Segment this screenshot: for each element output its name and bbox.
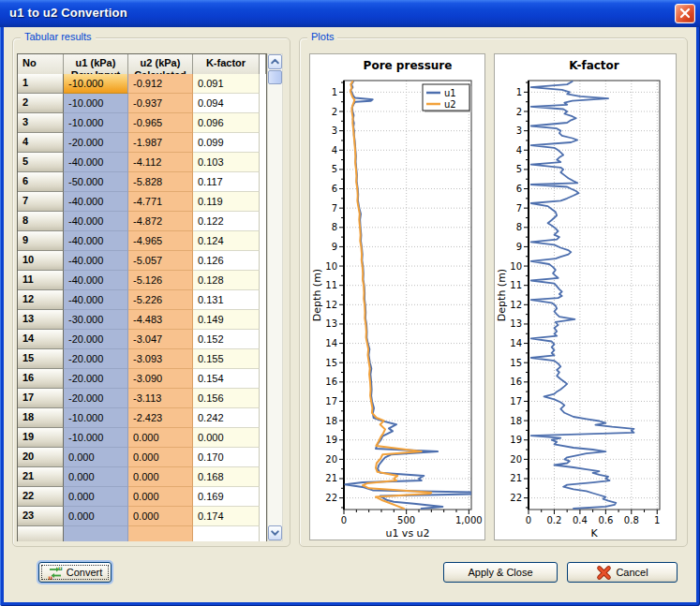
cell-u1[interactable]: -10.000	[64, 113, 128, 133]
cell-u2[interactable]: -5.057	[128, 251, 193, 271]
cell-u1[interactable]: 0.000	[64, 448, 128, 467]
cell-u2[interactable]: -3.090	[128, 369, 193, 389]
cell-k[interactable]: 0.170	[193, 448, 260, 467]
cell-u1[interactable]	[64, 526, 128, 541]
cell-u2[interactable]: -5.126	[128, 271, 193, 290]
cell-u2[interactable]: -5.828	[128, 172, 193, 192]
title-bar[interactable]: u1 to u2 Convertion	[0, 0, 700, 27]
cell-u1[interactable]: -40.000	[64, 231, 128, 251]
row-header[interactable]: 20	[18, 448, 64, 467]
cell-u2[interactable]: -4.965	[128, 231, 193, 251]
row-header[interactable]: 1	[18, 74, 64, 94]
cell-u2[interactable]: -3.093	[128, 349, 193, 369]
cell-u2[interactable]: -2.423	[128, 408, 193, 428]
cell-k[interactable]: 0.124	[193, 231, 260, 251]
cell-k[interactable]: 0.122	[193, 212, 260, 231]
cell-u2[interactable]: 0.000	[128, 487, 193, 507]
cell-u1[interactable]: -10.000	[64, 94, 128, 113]
row-header[interactable]: 16	[18, 369, 64, 389]
cell-k[interactable]: 0.168	[193, 467, 260, 487]
cell-k[interactable]: 0.126	[193, 251, 260, 271]
cell-k[interactable]: 0.149	[193, 310, 260, 330]
cell-k[interactable]: 0.096	[193, 113, 260, 133]
row-header[interactable]: 22	[18, 487, 64, 507]
row-header[interactable]: 2	[18, 94, 64, 113]
cell-u1[interactable]: -40.000	[64, 192, 128, 212]
cell-u1[interactable]: -20.000	[64, 330, 128, 349]
cell-k[interactable]: 0.156	[193, 389, 260, 408]
row-header[interactable]: 6	[18, 172, 64, 192]
cell-u2[interactable]: -4.112	[128, 153, 193, 172]
scroll-down-button[interactable]	[268, 525, 282, 540]
cell-u2[interactable]: 0.000	[128, 467, 193, 487]
cell-u1[interactable]: -40.000	[64, 251, 128, 271]
cell-k[interactable]	[193, 526, 260, 541]
row-header[interactable]: 12	[18, 290, 64, 310]
cell-u1[interactable]: -10.000	[64, 428, 128, 448]
cell-u1[interactable]: -20.000	[64, 389, 128, 408]
cell-u2[interactable]	[128, 526, 193, 541]
cell-k[interactable]: 0.131	[193, 290, 260, 310]
cell-k[interactable]: 0.091	[193, 74, 260, 94]
cell-k[interactable]: 0.128	[193, 271, 260, 290]
cell-k[interactable]: 0.242	[193, 408, 260, 428]
cell-u2[interactable]: -4.872	[128, 212, 193, 231]
cell-k[interactable]: 0.169	[193, 487, 260, 507]
row-header[interactable]: 4	[18, 133, 64, 153]
cell-k[interactable]: 0.000	[193, 428, 260, 448]
cell-u2[interactable]: 0.000	[128, 428, 193, 448]
cell-u2[interactable]: -1.987	[128, 133, 193, 153]
cell-u2[interactable]: -3.113	[128, 389, 193, 408]
row-header[interactable]	[18, 526, 64, 541]
cell-k[interactable]: 0.117	[193, 172, 260, 192]
convert-button[interactable]: u u Convert	[38, 562, 112, 583]
cell-k[interactable]: 0.119	[193, 192, 260, 212]
cell-k[interactable]: 0.103	[193, 153, 260, 172]
cell-u1[interactable]: -20.000	[64, 369, 128, 389]
cell-u1[interactable]: -20.000	[64, 349, 128, 369]
cell-u2[interactable]: -4.771	[128, 192, 193, 212]
cell-u2[interactable]: 0.000	[128, 448, 193, 467]
cell-u1[interactable]: -40.000	[64, 290, 128, 310]
row-header[interactable]: 15	[18, 349, 64, 369]
cell-k[interactable]: 0.099	[193, 133, 260, 153]
row-header[interactable]: 19	[18, 428, 64, 448]
cell-u1[interactable]: -40.000	[64, 212, 128, 231]
row-header[interactable]: 23	[18, 507, 64, 526]
scroll-up-button[interactable]	[268, 54, 282, 69]
table-scrollbar[interactable]	[267, 53, 283, 541]
cell-u1[interactable]: -10.000	[64, 408, 128, 428]
apply-close-button[interactable]: Apply & Close	[443, 562, 558, 583]
cell-u1[interactable]: -30.000	[64, 310, 128, 330]
row-header[interactable]: 8	[18, 212, 64, 231]
row-header[interactable]: 7	[18, 192, 64, 212]
row-header[interactable]: 9	[18, 231, 64, 251]
row-header[interactable]: 11	[18, 271, 64, 290]
cell-u2[interactable]: -0.965	[128, 113, 193, 133]
cell-u1[interactable]: 0.000	[64, 507, 128, 526]
cell-u2[interactable]: -3.047	[128, 330, 193, 349]
close-button[interactable]	[675, 4, 695, 23]
cell-u1[interactable]: 0.000	[64, 487, 128, 507]
cell-u1[interactable]: -20.000	[64, 133, 128, 153]
cell-k[interactable]: 0.155	[193, 349, 260, 369]
row-header[interactable]: 13	[18, 310, 64, 330]
cell-u2[interactable]: -5.226	[128, 290, 193, 310]
cell-u1[interactable]: -50.000	[64, 172, 128, 192]
cell-k[interactable]: 0.094	[193, 94, 260, 113]
cancel-button[interactable]: Cancel	[567, 562, 678, 583]
cell-u2[interactable]: -0.912	[128, 74, 193, 94]
cell-u1-selected[interactable]: -10.000	[64, 74, 128, 94]
row-header[interactable]: 17	[18, 389, 64, 408]
row-header[interactable]: 14	[18, 330, 64, 349]
cell-k[interactable]: 0.152	[193, 330, 260, 349]
row-header[interactable]: 21	[18, 467, 64, 487]
scrollbar-thumb[interactable]	[268, 70, 282, 84]
row-header[interactable]: 18	[18, 408, 64, 428]
cell-u2[interactable]: -4.483	[128, 310, 193, 330]
cell-k[interactable]: 0.154	[193, 369, 260, 389]
cell-u1[interactable]: 0.000	[64, 467, 128, 487]
row-header[interactable]: 3	[18, 113, 64, 133]
cell-k[interactable]: 0.174	[193, 507, 260, 526]
cell-u2[interactable]: 0.000	[128, 507, 193, 526]
